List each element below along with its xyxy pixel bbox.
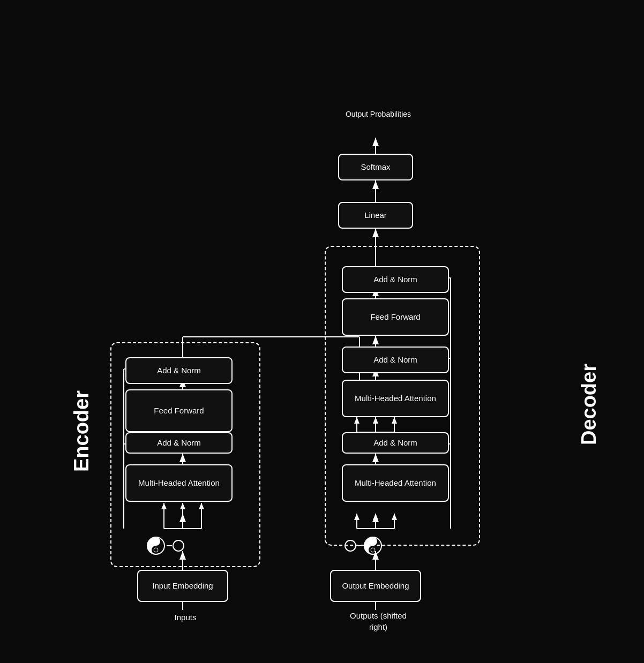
output-embedding-box: Output Embedding (330, 570, 421, 602)
svg-point-53 (154, 548, 158, 552)
decoder-positional-encoding (341, 530, 384, 562)
outputs-label: Outputs (shifted right) (346, 610, 410, 632)
softmax-box: Softmax (338, 154, 413, 180)
svg-point-60 (371, 548, 375, 552)
decoder-add-norm-top: Add & Norm (342, 266, 449, 293)
encoder-add-norm-bottom: Add & Norm (125, 432, 233, 454)
svg-point-55 (173, 540, 184, 551)
output-probabilities-label: Output Probabilities (343, 109, 413, 120)
encoder-feed-forward: Feed Forward (125, 389, 233, 432)
decoder-multi-head-bottom: Multi-Headed Attention (342, 464, 449, 502)
transformer-diagram: Output Probabilities Softmax Linear Add … (27, 16, 617, 647)
encoder-positional-encoding (145, 530, 188, 562)
decoder-add-norm-bottom: Add & Norm (342, 432, 449, 454)
linear-box: Linear (338, 202, 413, 229)
encoder-multi-head: Multi-Headed Attention (125, 464, 233, 502)
svg-point-59 (371, 539, 375, 544)
inputs-label: Inputs (164, 613, 207, 622)
input-embedding-box: Input Embedding (137, 570, 228, 602)
encoder-add-norm-top: Add & Norm (125, 357, 233, 384)
encoder-label: Encoder (70, 390, 93, 472)
decoder-label: Decoder (578, 364, 601, 445)
svg-point-56 (345, 540, 356, 551)
decoder-add-norm-mid: Add & Norm (342, 346, 449, 373)
svg-point-52 (154, 539, 158, 544)
decoder-feed-forward: Feed Forward (342, 298, 449, 336)
decoder-multi-head-mid: Multi-Headed Attention (342, 380, 449, 417)
